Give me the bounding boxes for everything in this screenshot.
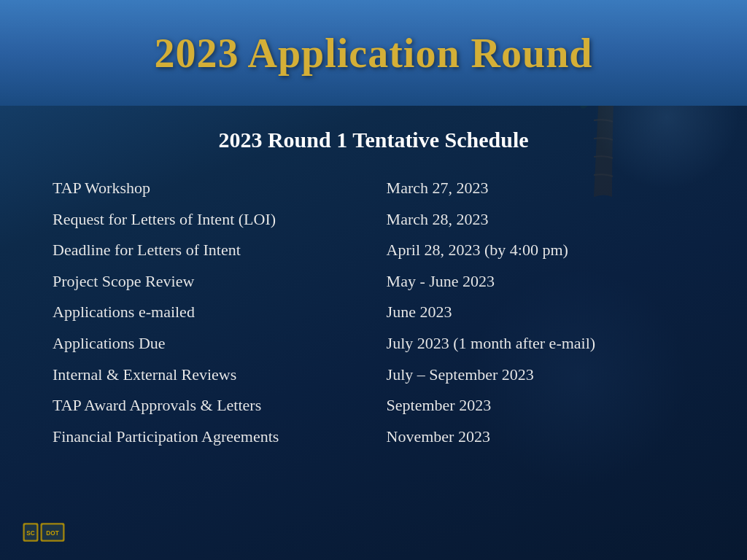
- schedule-label: Internal & External Reviews: [53, 359, 387, 391]
- schedule-date: November 2023: [387, 421, 694, 453]
- header-band: 2023 Application Round: [0, 0, 747, 106]
- schedule-title: 2023 Round 1 Tentative Schedule: [218, 128, 528, 152]
- schedule-label: TAP Award Approvals & Letters: [53, 390, 387, 421]
- schedule-date: July – September 2023: [387, 359, 694, 391]
- svg-text:SC: SC: [26, 530, 35, 537]
- schedule-date: September 2023: [387, 390, 694, 421]
- schedule-label: Applications Due: [53, 328, 387, 359]
- main-title: 2023 Application Round: [155, 30, 593, 77]
- scdot-logo: SC DOT: [22, 518, 66, 547]
- content-area: 2023 Round 1 Tentative Schedule TAP Work…: [0, 106, 747, 560]
- schedule-label: Financial Participation Agreements: [53, 421, 387, 453]
- schedule-date: May - June 2023: [387, 266, 694, 298]
- logo-area: SC DOT: [22, 518, 66, 547]
- schedule-label: Project Scope Review: [53, 266, 387, 298]
- schedule-date: April 28, 2023 (by 4:00 pm): [387, 235, 694, 266]
- schedule-date: March 28, 2023: [387, 204, 694, 236]
- schedule-row: Deadline for Letters of IntentApril 28, …: [53, 235, 694, 266]
- schedule-table: TAP WorkshopMarch 27, 2023Request for Le…: [53, 173, 694, 452]
- schedule-row: TAP WorkshopMarch 27, 2023: [53, 173, 694, 204]
- schedule-row: Applications e-mailedJune 2023: [53, 297, 694, 328]
- schedule-date: July 2023 (1 month after e-mail): [387, 328, 694, 359]
- schedule-row: Applications DueJuly 2023 (1 month after…: [53, 328, 694, 359]
- schedule-label: TAP Workshop: [53, 173, 387, 204]
- schedule-row: Internal & External ReviewsJuly – Septem…: [53, 359, 694, 391]
- schedule-date: March 27, 2023: [387, 173, 694, 204]
- schedule-label: Request for Letters of Intent (LOI): [53, 204, 387, 236]
- schedule-label: Applications e-mailed: [53, 297, 387, 328]
- schedule-row: TAP Award Approvals & LettersSeptember 2…: [53, 390, 694, 421]
- logo-icon: SC DOT: [22, 518, 66, 547]
- svg-text:DOT: DOT: [46, 530, 58, 537]
- schedule-date: June 2023: [387, 297, 694, 328]
- schedule-row: Request for Letters of Intent (LOI)March…: [53, 204, 694, 236]
- schedule-label: Deadline for Letters of Intent: [53, 235, 387, 266]
- schedule-row: Financial Participation AgreementsNovemb…: [53, 421, 694, 453]
- schedule-row: Project Scope ReviewMay - June 2023: [53, 266, 694, 298]
